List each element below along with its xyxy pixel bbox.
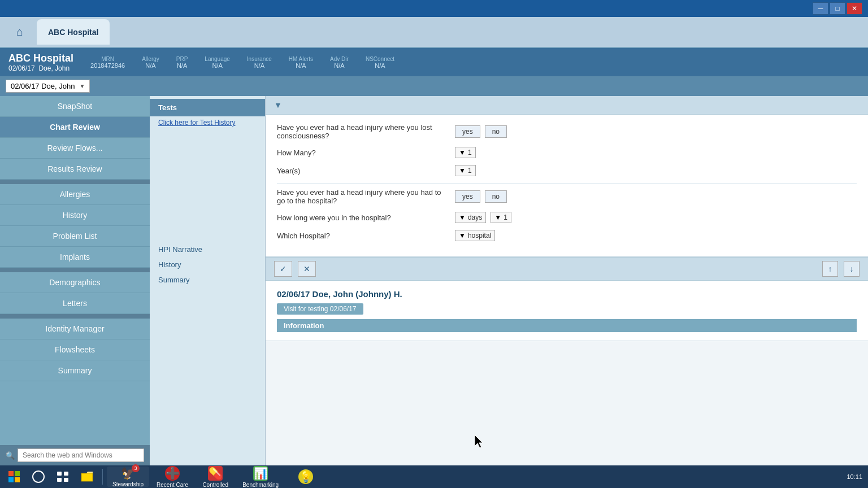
action-bar: ✓ ✕ ↑ ↓ [266,257,868,281]
how-many-value: 1 [468,149,472,156]
patient-name-block: ABC Hospital 02/06/17 Doe, John [8,53,73,72]
cancel-button[interactable]: ✕ [298,261,316,277]
taskbar-app-benchmarking[interactable]: 📊 Benchmarking [237,467,284,487]
how-many-row: How Many? ▼ 1 [277,147,857,158]
sidebar-item-identity-manager[interactable]: Identity Manager [0,319,150,339]
how-many-select[interactable]: ▼ 1 [455,147,476,158]
minimize-button[interactable]: ─ [813,2,828,15]
middle-sub-item-history[interactable]: History [150,257,265,272]
days-number-select[interactable]: ▼ 1 [491,212,511,223]
middle-item-tests[interactable]: Tests [150,99,265,116]
taskbar-cortana-icon[interactable] [27,467,50,487]
which-hospital-label: Which Hospital? [277,232,446,240]
question2-no-button[interactable]: no [485,190,507,203]
visit-dropdown[interactable]: 02/06/17 Doe, John ▼ [6,80,90,93]
search-input[interactable] [18,448,144,462]
days-select[interactable]: ▼ days [455,212,486,223]
days-value: days [468,213,482,221]
svg-rect-6 [64,472,68,476]
recent-care-label: Recent Care [157,482,188,488]
header-bar: ⌂ ABC Hospital [0,17,868,48]
years-label: Year(s) [277,167,446,175]
middle-item-test-history-link[interactable]: Click here for Test History [150,116,265,129]
visit-entry: 02/06/17 Doe, John (Johnny) H. Visit for… [266,281,868,341]
search-icon: 🔍 [6,451,15,460]
question2-yes-button[interactable]: yes [455,190,480,203]
which-hospital-controls: ▼ hospital [455,230,495,241]
insurance-field: Insurance N/A [247,56,272,69]
how-many-controls: ▼ 1 [455,147,476,158]
years-dropdown-icon: ▼ [459,167,466,175]
sidebar-item-results-review[interactable]: Results Review [0,159,150,180]
svg-point-4 [33,471,44,482]
visit-bar: 02/06/17 Doe, John ▼ [0,76,868,96]
taskbar-right: 10:11 [847,473,865,480]
checkmark-button[interactable]: ✓ [274,261,292,277]
sidebar-item-letters[interactable]: Letters [0,293,150,314]
scroll-down-button[interactable]: ↓ [844,261,860,277]
prp-field: PRP N/A [176,56,188,69]
sidebar-search: 🔍 [0,445,150,465]
question1-label: Have you ever had a head injury where yo… [277,123,446,140]
stewardship-label: Stewardship [112,481,144,487]
maximize-button[interactable]: □ [830,2,845,15]
sidebar-item-chart-review[interactable]: Chart Review [0,117,150,138]
question2-row: Have you ever had a head injury where yo… [277,188,857,205]
visit-tag: Visit for testing 02/06/17 [277,303,363,315]
hm-alerts-field: HM Alerts N/A [289,56,313,69]
sidebar-item-allergies[interactable]: Allergies [0,184,150,205]
hospital-select[interactable]: ▼ hospital [455,230,495,241]
taskbar-app-recent-care[interactable]: ➕ Recent Care [151,467,194,487]
days-dropdown-icon: ▼ [459,213,466,221]
close-button[interactable]: ✕ [847,2,862,15]
patient-date-name: 02/06/17 Doe, John [8,64,73,72]
sidebar-item-flowsheets[interactable]: Flowsheets [0,339,150,360]
sidebar-separator-2 [0,268,150,272]
days-num-dropdown-icon: ▼ [494,213,501,221]
scroll-up-button[interactable]: ↑ [822,261,838,277]
years-select[interactable]: ▼ 1 [455,165,476,176]
taskbar-start-icon[interactable] [3,467,25,487]
sidebar-item-history[interactable]: History [0,205,150,226]
dropdown-arrow-icon: ▼ [79,83,85,89]
mrn-field: MRN 2018472846 [90,56,125,69]
benchmarking-label: Benchmarking [242,482,279,488]
sidebar-separator-3 [0,314,150,319]
how-long-controls: ▼ days ▼ 1 [455,212,511,223]
svg-rect-7 [57,478,62,482]
middle-sub-item-summary[interactable]: Summary [150,272,265,287]
taskbar-app-stewardship[interactable]: 🦅 3 Stewardship [107,467,149,487]
which-hospital-row: Which Hospital? ▼ hospital [277,230,857,241]
taskbar-task-view-icon[interactable] [51,467,74,487]
how-long-label: How long were you in the hospital? [277,213,446,222]
hospital-dropdown-icon: ▼ [459,232,466,239]
sidebar-item-review-flows[interactable]: Review Flows... [0,138,150,159]
taskbar-explorer-icon[interactable] [76,467,98,487]
language-field: Language N/A [205,56,230,69]
recent-care-icon: ➕ [165,466,180,481]
question1-controls: yes no [455,125,507,138]
sidebar: SnapShot Chart Review Review Flows... Re… [0,96,150,465]
taskbar-app-controlled[interactable]: 💊 Controlled [196,467,235,487]
question1-no-button[interactable]: no [485,125,507,138]
years-value: 1 [468,167,472,175]
hospital-tab[interactable]: ABC Hospital [37,19,110,45]
section-header[interactable]: ▼ [266,96,868,115]
taskbar-app-light[interactable]: 💡 [286,467,326,487]
sidebar-item-snapshot[interactable]: SnapShot [0,96,150,117]
middle-sub-item-hpi-narrative[interactable]: HPI Narrative [150,242,265,257]
nsconnect-field: NSConnect N/A [366,56,394,69]
hospital-value: hospital [468,232,491,239]
sidebar-item-problem-list[interactable]: Problem List [0,226,150,247]
main-layout: SnapShot Chart Review Review Flows... Re… [0,96,868,465]
sidebar-item-summary[interactable]: Summary [0,360,150,381]
sidebar-item-implants[interactable]: Implants [0,247,150,268]
days-number-value: 1 [504,213,507,221]
adv-dir-field: Adv Dir N/A [330,56,349,69]
years-row: Year(s) ▼ 1 [277,165,857,176]
sidebar-item-demographics[interactable]: Demographics [0,272,150,293]
question1-yes-button[interactable]: yes [455,125,480,138]
patient-info-bar: ABC Hospital 02/06/17 Doe, John MRN 2018… [0,48,868,76]
home-tab[interactable]: ⌂ [6,19,34,45]
how-many-dropdown-icon: ▼ [459,149,466,156]
